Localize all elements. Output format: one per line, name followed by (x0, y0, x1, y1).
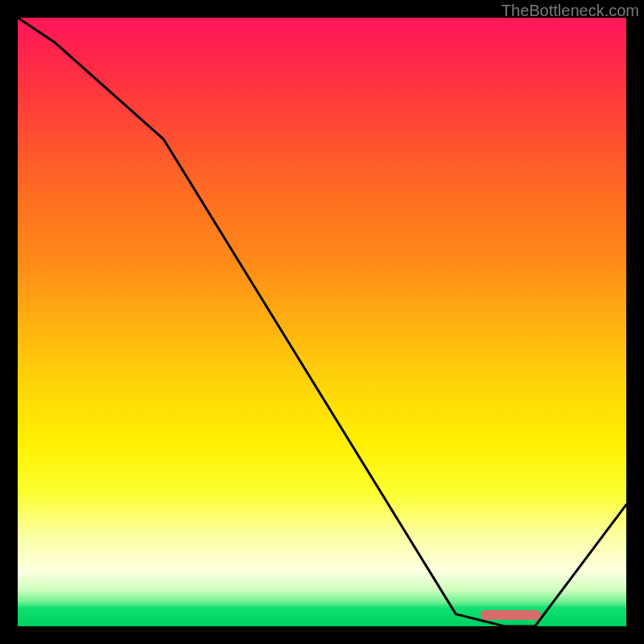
plot-area (18, 18, 626, 626)
optimal-range-marker (481, 610, 542, 620)
bottleneck-curve (18, 18, 626, 626)
bottleneck-chart: TheBottleneck.com (0, 0, 644, 644)
watermark-text: TheBottleneck.com (502, 2, 639, 20)
